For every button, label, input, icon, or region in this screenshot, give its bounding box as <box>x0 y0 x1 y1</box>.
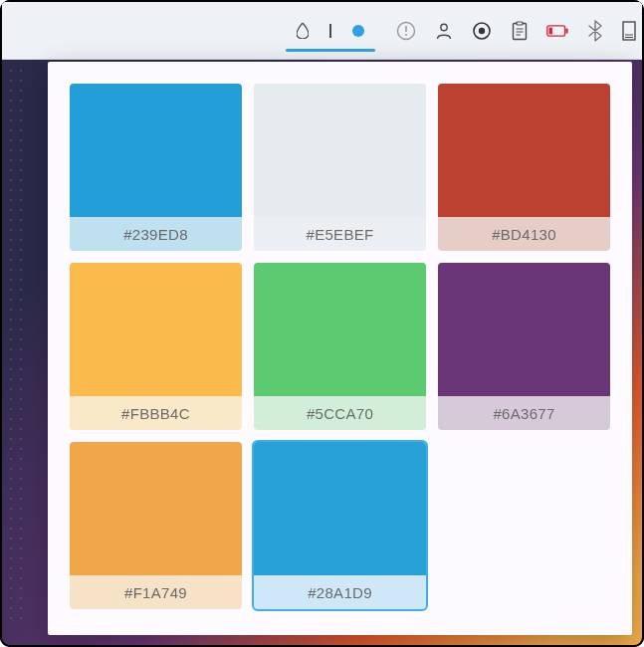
color-swatch[interactable]: #28A1D9 <box>254 442 426 609</box>
color-hex-label: #239ED8 <box>70 217 242 251</box>
target-icon[interactable] <box>471 20 493 42</box>
battery-low-icon[interactable] <box>546 20 568 42</box>
color-swatch[interactable]: #BD4130 <box>438 84 610 251</box>
alert-icon[interactable] <box>395 20 417 42</box>
color-hex-label: #6A3677 <box>438 396 610 430</box>
svg-rect-4 <box>405 34 407 36</box>
user-icon[interactable] <box>433 20 455 42</box>
color-chip <box>438 263 610 396</box>
svg-point-7 <box>479 27 485 33</box>
color-chip <box>254 84 426 217</box>
color-chip <box>70 84 242 217</box>
svg-rect-14 <box>565 28 567 33</box>
color-hex-label: #F1A749 <box>70 575 242 609</box>
svg-point-5 <box>441 24 447 30</box>
color-chip <box>254 263 426 396</box>
drive-icon[interactable] <box>622 20 636 42</box>
active-tab-indicator <box>286 49 375 52</box>
top-panel <box>2 2 642 60</box>
color-picker-tray-tabs <box>292 24 369 38</box>
color-swatch[interactable]: #FBBB4C <box>70 263 242 430</box>
system-tray <box>395 20 636 42</box>
color-hex-label: #FBBB4C <box>70 396 242 430</box>
wallpaper-dots <box>2 62 30 619</box>
svg-rect-15 <box>549 27 552 34</box>
color-hex-label: #BD4130 <box>438 217 610 251</box>
dot-icon[interactable] <box>351 24 365 38</box>
color-swatch[interactable]: #6A3677 <box>438 263 610 430</box>
pipe-icon[interactable] <box>323 24 337 38</box>
droplet-icon[interactable] <box>296 24 310 38</box>
svg-point-1 <box>352 25 364 37</box>
svg-rect-9 <box>517 22 523 25</box>
color-swatch[interactable]: #F1A749 <box>70 442 242 609</box>
bluetooth-icon[interactable] <box>584 20 606 42</box>
color-grid: #239ED8#E5EBEF#BD4130#FBBB4C#5CCA70#6A36… <box>70 84 610 609</box>
color-hex-label: #E5EBEF <box>254 217 426 251</box>
color-chip <box>70 442 242 575</box>
svg-rect-0 <box>329 24 331 38</box>
color-chip <box>70 263 242 396</box>
color-swatch[interactable]: #239ED8 <box>70 84 242 251</box>
color-history-popup: #239ED8#E5EBEF#BD4130#FBBB4C#5CCA70#6A36… <box>48 62 632 635</box>
color-chip <box>438 84 610 217</box>
color-hex-label: #28A1D9 <box>254 575 426 609</box>
color-swatch[interactable]: #E5EBEF <box>254 84 426 251</box>
color-hex-label: #5CCA70 <box>254 396 426 430</box>
color-chip <box>254 442 426 575</box>
svg-rect-3 <box>405 26 407 32</box>
clipboard-icon[interactable] <box>509 20 531 42</box>
color-swatch[interactable]: #5CCA70 <box>254 263 426 430</box>
